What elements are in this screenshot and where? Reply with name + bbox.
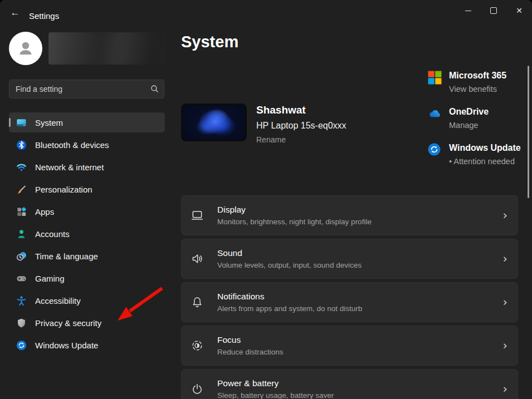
microsoft-365-icon (428, 71, 442, 85)
row-title: Focus (217, 335, 284, 345)
device-thumbnail (181, 104, 247, 141)
device-info: Shashwat HP Laptop 15s-eq0xxx Rename (256, 104, 346, 144)
minimize-icon (465, 11, 471, 11)
close-button[interactable]: ✕ (506, 0, 532, 21)
display-icon (191, 209, 204, 222)
search-icon (150, 85, 159, 95)
personalization-icon (16, 184, 27, 195)
sidebar-item-label: Apps (35, 207, 54, 216)
sidebar-item-network-internet[interactable]: Network & internet (9, 157, 165, 177)
row-title: Power & battery (217, 378, 334, 388)
quick-link-subtitle[interactable]: Manage (449, 121, 489, 130)
windows-update-icon (428, 143, 442, 157)
search-placeholder: Find a setting (16, 85, 62, 93)
chevron-right-icon: › (503, 339, 507, 352)
sidebar-item-label: Time & language (35, 252, 98, 261)
titlebar: ← Settings ✕ (0, 0, 532, 22)
close-icon: ✕ (516, 6, 523, 15)
chevron-right-icon: › (503, 209, 507, 222)
row-title: Sound (217, 248, 362, 258)
sidebar-item-label: Accessibility (35, 296, 81, 306)
sidebar-item-personalization[interactable]: Personalization (9, 179, 165, 199)
person-icon (16, 39, 35, 58)
maximize-button[interactable] (481, 0, 506, 21)
row-subtitle: Reduce distractions (217, 348, 284, 356)
network-icon (16, 162, 27, 173)
accessibility-icon (16, 295, 27, 306)
minimize-button[interactable] (455, 0, 481, 21)
onedrive-icon (428, 107, 442, 121)
sidebar-item-label: Bluetooth & devices (35, 140, 109, 150)
sidebar-item-accessibility[interactable]: Accessibility (9, 290, 165, 311)
apps-icon (16, 206, 27, 217)
row-subtitle: Volume levels, output, input, sound devi… (217, 261, 362, 269)
settings-window: ← Settings ✕ Find a setting (0, 0, 532, 399)
app-title: Settings (29, 11, 59, 21)
search-input[interactable]: Find a setting (9, 80, 164, 98)
gaming-icon (16, 273, 27, 284)
sidebar-item-label: Network & internet (35, 162, 104, 172)
sidebar-item-label: Gaming (35, 274, 65, 283)
sidebar-item-privacy-security[interactable]: Privacy & security (9, 313, 165, 333)
row-subtitle: Sleep, battery usage, battery saver (217, 391, 334, 399)
windows-update-icon (16, 340, 27, 351)
sidebar-item-gaming[interactable]: Gaming (9, 268, 165, 288)
quick-link-title: OneDrive (449, 106, 489, 117)
sidebar-item-bluetooth-devices[interactable]: Bluetooth & devices (9, 135, 165, 155)
accounts-icon (16, 229, 27, 239)
sidebar-item-system[interactable]: System (9, 112, 165, 132)
sidebar-item-apps[interactable]: Apps (9, 201, 165, 221)
sidebar-item-label: Accounts (35, 229, 70, 239)
settings-row-power-battery[interactable]: Power & battery Sleep, battery usage, ba… (181, 369, 518, 399)
sidebar-item-accounts[interactable]: Accounts (9, 224, 165, 244)
bluetooth-icon (16, 140, 27, 150)
settings-row-display[interactable]: Display Monitors, brightness, night ligh… (181, 195, 518, 235)
chevron-right-icon: › (503, 382, 507, 396)
scrollbar-thumb[interactable] (528, 66, 529, 198)
sidebar-item-label: Personalization (35, 185, 92, 194)
row-subtitle: Monitors, brightness, night light, displ… (217, 218, 372, 226)
avatar[interactable] (9, 32, 42, 65)
notifications-icon (191, 295, 204, 309)
focus-icon (191, 339, 204, 352)
quick-links: Microsoft 365 View benefits OneDrive Man… (428, 70, 532, 179)
chevron-right-icon: › (503, 252, 507, 265)
sidebar-item-time-language[interactable]: Time & language (9, 246, 165, 266)
settings-row-focus[interactable]: Focus Reduce distractions › (181, 326, 518, 366)
chevron-right-icon: › (503, 295, 507, 309)
sound-icon (191, 252, 204, 265)
quick-link-title: Microsoft 365 (449, 70, 506, 81)
row-title: Display (217, 205, 372, 215)
quick-link-onedrive[interactable]: OneDrive Manage (428, 106, 532, 130)
quick-link-subtitle: • Attention needed (449, 157, 521, 166)
settings-row-sound[interactable]: Sound Volume levels, output, input, soun… (181, 239, 518, 279)
device-model: HP Laptop 15s-eq0xxx (256, 121, 346, 131)
page-title: System (181, 33, 238, 51)
settings-list: Display Monitors, brightness, night ligh… (181, 195, 518, 399)
sidebar-item-label: Privacy & security (35, 318, 101, 328)
rename-link[interactable]: Rename (256, 135, 346, 144)
power-icon (191, 382, 204, 396)
time-language-icon (16, 251, 27, 262)
account-name-redacted (48, 32, 166, 65)
maximize-icon (490, 7, 497, 14)
sidebar-nav: System Bluetooth & devices Network & int… (9, 112, 165, 357)
quick-link-windows-update[interactable]: Windows Update • Attention needed (428, 142, 532, 166)
row-title: Notifications (217, 292, 362, 302)
settings-row-notifications[interactable]: Notifications Alerts from apps and syste… (181, 282, 518, 322)
sidebar-item-windows-update[interactable]: Windows Update (9, 335, 165, 355)
window-controls: ✕ (455, 0, 532, 21)
device-name: Shashwat (256, 104, 346, 116)
quick-link-title: Windows Update (449, 142, 521, 153)
privacy-security-icon (16, 318, 27, 328)
wallpaper-bloom (183, 105, 245, 140)
quick-link-subtitle[interactable]: View benefits (449, 85, 506, 94)
row-subtitle: Alerts from apps and system, do not dist… (217, 304, 362, 313)
quick-link-microsoft-365[interactable]: Microsoft 365 View benefits (428, 70, 532, 94)
sidebar-item-label: System (35, 118, 63, 127)
sidebar-item-label: Windows Update (35, 341, 98, 350)
system-icon (16, 117, 27, 128)
back-button[interactable]: ← (6, 4, 25, 21)
